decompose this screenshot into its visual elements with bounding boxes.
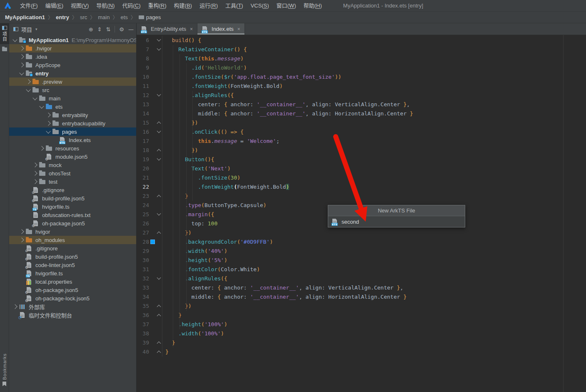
menu-item-1[interactable]: 编辑(E): [42, 0, 67, 12]
menu-item-8[interactable]: 工具(T): [222, 0, 247, 12]
tree-item-临时文件和控制台[interactable]: ◔临时文件和控制台: [9, 311, 136, 319]
hide-icon[interactable]: —: [128, 26, 134, 32]
code-line-27[interactable]: 27 }): [137, 228, 586, 237]
tool-strip-folder-button[interactable]: [0, 44, 9, 54]
close-icon[interactable]: ×: [190, 26, 193, 32]
code-line-20[interactable]: 20 Text('Next'): [137, 164, 586, 173]
tree-item-ohosTest[interactable]: ohosTest: [9, 169, 136, 177]
code-line-40[interactable]: 40}: [137, 347, 586, 357]
fold-end-icon[interactable]: [157, 305, 161, 309]
code-line-9[interactable]: 9 .id('HelloWorld'): [137, 63, 586, 72]
code-line-23[interactable]: 23 }: [137, 192, 586, 201]
chevron-down-icon[interactable]: [39, 104, 44, 108]
code-line-29[interactable]: 29 .width('40%'): [137, 247, 586, 256]
expand-all-icon[interactable]: ⇕: [97, 26, 102, 32]
tree-item-module.json5[interactable]: ⚙module.json5: [9, 152, 136, 161]
editor-tab-EntryAbility.ets[interactable]: ETSEntryAbility.ets×: [137, 23, 197, 35]
tree-item-hvigorfile.ts[interactable]: TShvigorfile.ts: [9, 202, 136, 211]
breadcrumb-item-pages[interactable]: pages: [138, 14, 162, 20]
code-line-35[interactable]: 35 }): [137, 302, 586, 311]
code-line-28[interactable]: 28 .backgroundColor('#0D9FFB'): [137, 237, 586, 247]
fold-open-icon[interactable]: [157, 129, 161, 133]
code-line-19[interactable]: 19 Button(){: [137, 155, 586, 164]
tree-item-src[interactable]: src: [9, 86, 136, 94]
code-editor[interactable]: 6 build() {7 RelativeContainer() {8 Text…: [137, 35, 586, 357]
chevron-right-icon[interactable]: [32, 171, 37, 175]
chevron-right-icon[interactable]: [26, 79, 30, 84]
code-line-18[interactable]: 18 }): [137, 146, 586, 155]
fold-end-icon[interactable]: [157, 232, 161, 236]
fold-end-icon[interactable]: [157, 195, 161, 199]
tree-item-oh_modules[interactable]: oh_modules: [9, 236, 136, 244]
menu-item-6[interactable]: 构建(B): [170, 0, 196, 12]
project-panel-title[interactable]: 项目: [21, 25, 32, 33]
code-line-39[interactable]: 39 }: [137, 338, 586, 347]
fold-open-icon[interactable]: [157, 92, 161, 97]
tree-item-oh-package.json5[interactable]: ⚙oh-package.json5: [9, 286, 136, 294]
menu-item-10[interactable]: 窗口(W): [273, 0, 300, 12]
chevron-down-icon[interactable]: [46, 129, 50, 133]
tree-item-build-profile.json5[interactable]: ⚙build-profile.json5: [9, 252, 136, 261]
code-line-14[interactable]: 14 middle: { anchor: '__container__', al…: [137, 109, 586, 118]
tree-item-local.properties[interactable]: local.properties: [9, 277, 136, 286]
chevron-right-icon[interactable]: [19, 62, 24, 67]
breadcrumb-item-main[interactable]: main: [97, 14, 110, 20]
tree-item-main[interactable]: main: [9, 94, 136, 102]
menu-item-2[interactable]: 视图(V): [67, 0, 92, 12]
popup-item-second[interactable]: ETS second: [328, 216, 465, 227]
fold-open-icon[interactable]: [157, 276, 161, 280]
tree-item-obfuscation-rules.txt[interactable]: obfuscation-rules.txt: [9, 211, 136, 219]
breadcrumb-item-ets[interactable]: ets: [120, 14, 128, 20]
menu-item-3[interactable]: 导航(N): [92, 0, 118, 12]
locate-icon[interactable]: ⊕: [89, 26, 93, 32]
chevron-right-icon[interactable]: [39, 146, 44, 150]
chevron-down-icon[interactable]: [32, 95, 37, 100]
code-line-37[interactable]: 37 .height('100%'): [137, 320, 586, 329]
code-line-33[interactable]: 33 center: { anchor: '__container__', al…: [137, 283, 586, 292]
tree-item-.idea[interactable]: .idea: [9, 52, 136, 61]
menu-item-7[interactable]: 运行(R): [196, 0, 222, 12]
tree-item-test[interactable]: test: [9, 177, 136, 186]
fold-open-icon[interactable]: [157, 37, 161, 42]
color-preview-icon[interactable]: [151, 240, 155, 244]
breadcrumb-item-entry[interactable]: entry: [55, 14, 70, 20]
tree-item-Index.ets[interactable]: ETSIndex.ets: [9, 136, 136, 144]
fold-open-icon[interactable]: [157, 47, 161, 51]
fold-end-icon[interactable]: [157, 351, 161, 355]
tree-item-entryability[interactable]: entryability: [9, 111, 136, 119]
breadcrumb-item-src[interactable]: src: [79, 14, 88, 20]
code-line-30[interactable]: 30 .height('5%'): [137, 256, 586, 265]
tree-item-mock[interactable]: mock: [9, 161, 136, 169]
fold-open-icon[interactable]: [157, 157, 161, 161]
tree-item-ets[interactable]: ets: [9, 102, 136, 111]
tree-item-hvigorfile.ts[interactable]: TShvigorfile.ts: [9, 269, 136, 277]
code-line-8[interactable]: 8 Text(this.message): [137, 54, 586, 63]
code-line-32[interactable]: 32 .alignRules({: [137, 274, 586, 283]
editor-tab-Index.ets[interactable]: ETSIndex.ets×: [197, 23, 245, 35]
menu-item-11[interactable]: 帮助(H): [300, 0, 326, 12]
tree-item-entry[interactable]: entry: [9, 69, 136, 77]
tree-item-.gitignore[interactable]: ⊘.gitignore: [9, 244, 136, 252]
tree-item-.gitignore[interactable]: ⊘.gitignore: [9, 186, 136, 194]
tool-strip-project-button[interactable]: 项目: [0, 23, 9, 44]
code-line-31[interactable]: 31 .fontColor(Color.White): [137, 265, 586, 274]
fold-end-icon[interactable]: [157, 314, 161, 318]
settings-icon[interactable]: ⚙: [119, 26, 124, 32]
chevron-right-icon[interactable]: [19, 229, 24, 234]
chevron-right-icon[interactable]: [12, 304, 17, 309]
tree-item-oh-package-lock.json5[interactable]: ⚙oh-package-lock.json5: [9, 294, 136, 302]
code-line-7[interactable]: 7 RelativeContainer() {: [137, 45, 586, 54]
chevron-right-icon[interactable]: [32, 162, 37, 167]
code-line-17[interactable]: 17 this.message = 'Welcome';: [137, 137, 586, 146]
tree-item-.hvigor[interactable]: .hvigor: [9, 44, 136, 52]
chevron-right-icon[interactable]: [19, 237, 24, 242]
code-line-13[interactable]: 13 center: { anchor: '__container__', al…: [137, 100, 586, 109]
tree-item-AppScope[interactable]: AppScope: [9, 61, 136, 69]
code-line-22[interactable]: 22 .fontWeight(FontWeight.Bold): [137, 182, 586, 192]
menu-item-9[interactable]: VCS(S): [247, 0, 273, 12]
chevron-down-icon[interactable]: [19, 70, 24, 75]
fold-open-icon[interactable]: [157, 212, 161, 216]
tree-item-entrybackupability[interactable]: entrybackupability: [9, 119, 136, 127]
chevron-right-icon[interactable]: [46, 121, 50, 125]
tree-item-oh-package.json5[interactable]: ⚙oh-package.json5: [9, 219, 136, 227]
